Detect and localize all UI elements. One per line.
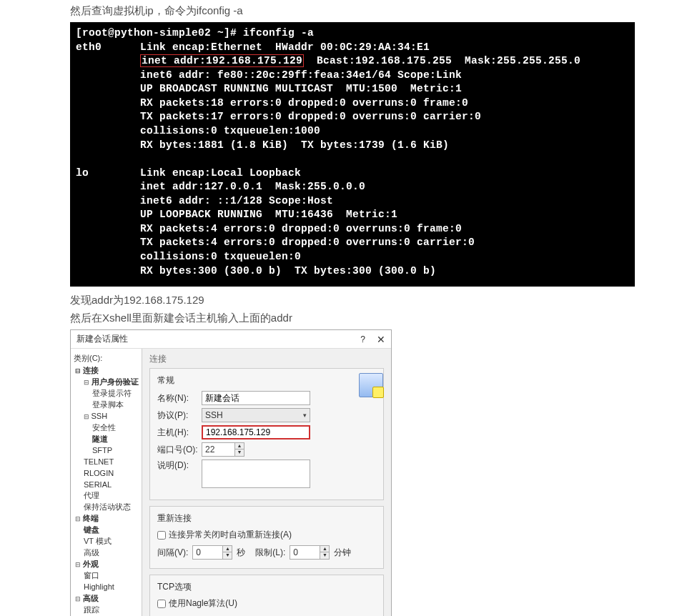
interval-label: 间隔(V): [157,547,188,559]
tcp-header: TCP选项 [157,581,376,593]
tree-window[interactable]: 窗口 [72,570,140,582]
auto-reconnect-checkbox[interactable]: 连接异常关闭时自动重新连接(A) [157,529,376,541]
tree-serial[interactable]: SERIAL [72,480,140,491]
doc-text-query-ip: 然后查询虚拟机ip，命令为ifconfig -a [70,4,692,18]
eth0-label: eth0 [76,41,102,53]
interval-value: 0 [193,547,222,557]
tree-trace[interactable]: 跟踪 [72,605,140,616]
eth0-line1: Link encap:Ethernet HWaddr 00:0C:29:AA:3… [140,41,430,53]
auto-reconnect-input[interactable] [157,531,166,540]
eth0-inet-addr-highlight: inet addr:192.168.175.129 [140,54,304,67]
tree-auth[interactable]: 用户身份验证 [72,377,140,388]
desc-label: 说明(D): [157,459,202,472]
tree-telnet[interactable]: TELNET [72,457,140,468]
host-input[interactable] [202,425,310,439]
doc-text-xshell: 然后在Xshell里面新建会话主机输入上面的addr [70,312,692,325]
dialog-title: 新建会话属性 [76,333,360,345]
nagle-checkbox[interactable]: 使用Nagle算法(U) [157,597,376,610]
close-icon[interactable]: ✕ [377,334,385,345]
nagle-label: 使用Nagle算法(U) [169,597,237,610]
port-stepper[interactable]: 22 ▲▼ [202,442,244,457]
name-input[interactable] [202,391,310,405]
lo-line1: Link encap:Local Loopback [140,167,301,179]
protocol-select[interactable]: SSH ▾ [202,408,310,422]
tree-keepalive[interactable]: 保持活动状态 [72,502,140,513]
interval-down-icon[interactable]: ▼ [223,552,232,559]
minutes-label: 分钟 [334,547,351,559]
eth0-line7: collisions:0 txqueuelen:1000 [140,125,320,136]
chevron-down-icon: ▾ [303,412,307,419]
eth0-line5: RX packets:18 errors:0 dropped:0 overrun… [140,97,468,109]
tree-highlight[interactable]: Highlight [72,582,140,593]
tree-vtmode[interactable]: VT 模式 [72,536,140,547]
new-session-dialog: 新建会话属性 ? ✕ 类别(C): 连接 用户身份验证 登录提示符 登录脚本 S… [70,329,392,616]
tree-rlogin[interactable]: RLOGIN [72,468,140,480]
tree-keyboard[interactable]: 键盘 [72,525,140,536]
tree-connection[interactable]: 连接 [72,365,140,377]
lo-line6: TX packets:4 errors:0 dropped:0 overruns… [140,237,475,248]
interval-up-icon[interactable]: ▲ [223,546,232,552]
terminal-output: [root@python-simple02 ~]# ifconfig -a et… [70,22,635,287]
tree-ssh[interactable]: SSH [72,411,140,422]
tree-security[interactable]: 安全性 [72,422,140,434]
desc-textarea[interactable] [202,459,310,488]
dialog-titlebar: 新建会话属性 ? ✕ [71,330,391,349]
auto-reconnect-label: 连接异常关闭时自动重新连接(A) [169,529,292,541]
lo-line8: RX bytes:300 (300.0 b) TX bytes:300 (300… [140,265,436,277]
tree-login-prompt[interactable]: 登录提示符 [72,388,140,399]
protocol-label: 协议(P): [157,409,202,422]
eth0-line3: inet6 addr: fe80::20c:29ff:feaa:34e1/64 … [140,69,462,81]
reconnect-header: 重新连接 [157,512,376,525]
limit-label: 限制(L): [255,547,285,559]
limit-down-icon[interactable]: ▼ [320,552,329,559]
tree-term-adv[interactable]: 高级 [72,547,140,559]
nagle-input[interactable] [157,600,166,608]
tree-advanced[interactable]: 高级 [72,593,140,605]
lo-line7: collisions:0 txqueuelen:0 [140,251,301,262]
general-header: 常规 [157,374,376,387]
tree-login-script[interactable]: 登录脚本 [72,399,140,411]
host-label: 主机(H): [157,427,202,439]
general-panel: 常规 名称(N): 协议(P): SSH ▾ 主机(H): [149,368,384,500]
lo-line4: UP LOOPBACK RUNNING MTU:16436 Metric:1 [140,209,397,220]
port-down-icon[interactable]: ▼ [235,449,244,456]
tree-appearance[interactable]: 外观 [72,559,140,570]
tree-proxy[interactable]: 代理 [72,490,140,502]
lo-line5: RX packets:4 errors:0 dropped:0 overruns… [140,223,462,234]
eth0-line6: TX packets:17 errors:0 dropped:0 overrun… [140,111,481,122]
seconds-label: 秒 [237,547,245,559]
eth0-line2-rest: Bcast:192.168.175.255 Mask:255.255.255.0 [304,55,580,66]
help-icon[interactable]: ? [360,334,365,344]
tcp-panel: TCP选项 使用Nagle算法(U) [149,575,384,616]
tree-sftp[interactable]: SFTP [72,445,140,457]
protocol-value: SSH [205,410,223,420]
lo-label: lo [76,167,89,179]
doc-text-found-addr: 发现addr为192.168.175.129 [70,294,692,307]
port-label: 端口号(O): [157,444,202,456]
port-value: 22 [202,444,234,454]
interval-stepper[interactable]: 0 ▲▼ [192,545,232,560]
limit-stepper[interactable]: 0 ▲▼ [290,545,330,560]
category-tree-panel: 类别(C): 连接 用户身份验证 登录提示符 登录脚本 SSH 安全性 隧道 S… [71,349,142,616]
reconnect-panel: 重新连接 连接异常关闭时自动重新连接(A) 间隔(V): 0 ▲▼ 秒 限制(L… [149,506,384,569]
port-up-icon[interactable]: ▲ [235,443,244,449]
category-label: 类别(C): [72,353,140,364]
eth0-line4: UP BROADCAST RUNNING MULTICAST MTU:1500 … [140,83,462,94]
tree-tunnel[interactable]: 隧道 [72,434,140,445]
limit-value: 0 [290,547,320,557]
limit-up-icon[interactable]: ▲ [320,546,329,552]
session-icon [359,373,383,397]
lo-line3: inet6 addr: ::1/128 Scope:Host [140,195,333,207]
right-header-connection: 连接 [149,353,384,365]
lo-line2: inet addr:127.0.0.1 Mask:255.0.0.0 [140,181,365,192]
terminal-prompt: [root@python-simple02 ~]# ifconfig -a [76,27,314,39]
tree-terminal[interactable]: 终端 [72,513,140,525]
eth0-line8: RX bytes:1881 (1.8 KiB) TX bytes:1739 (1… [140,139,449,151]
name-label: 名称(N): [157,392,202,404]
